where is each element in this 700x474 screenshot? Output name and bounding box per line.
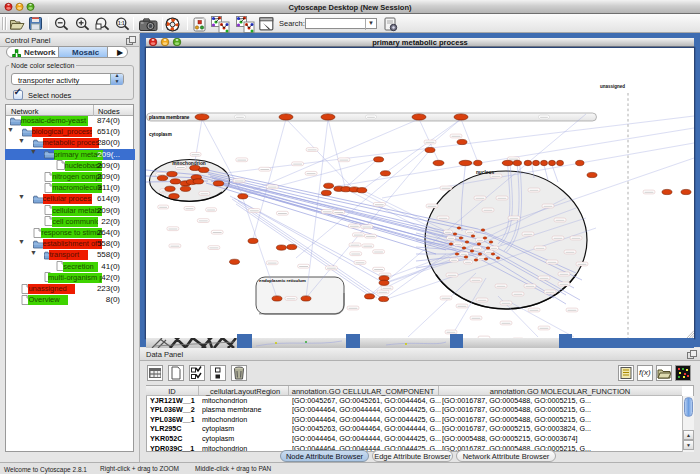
- svg-text:cytoplasm: cytoplasm: [149, 132, 172, 137]
- svg-text:endoplasmic reticulum: endoplasmic reticulum: [259, 278, 306, 283]
- svg-text:plasma membrane: plasma membrane: [149, 115, 190, 120]
- svg-text:unassigned: unassigned: [600, 84, 625, 89]
